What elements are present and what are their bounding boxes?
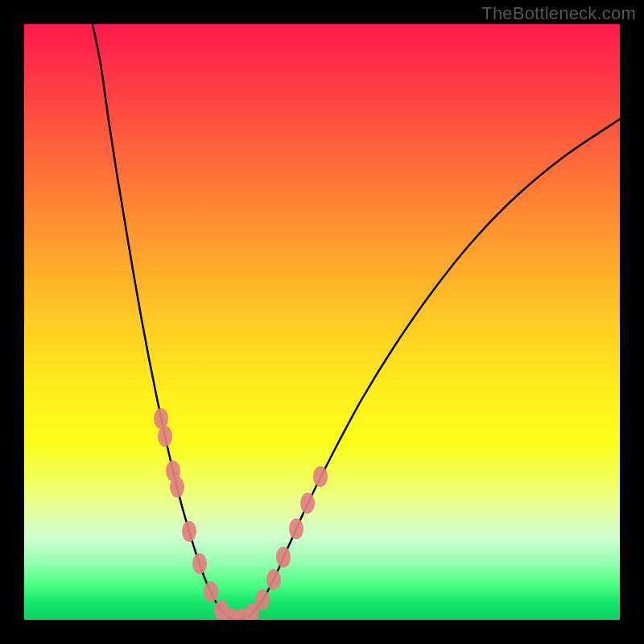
svg-point-12 (266, 569, 281, 590)
watermark-text: TheBottleneck.com (481, 3, 636, 24)
svg-point-16 (313, 466, 328, 487)
svg-point-13 (276, 547, 291, 568)
svg-point-0 (154, 408, 168, 429)
svg-point-6 (204, 581, 218, 602)
chart-frame: TheBottleneck.com (0, 0, 644, 644)
plot-area (24, 24, 620, 620)
svg-point-14 (289, 518, 303, 539)
svg-point-4 (182, 521, 196, 542)
curve-markers (154, 408, 328, 620)
svg-point-5 (192, 553, 207, 574)
svg-point-15 (300, 493, 315, 514)
curve-svg (24, 24, 620, 620)
svg-point-11 (255, 589, 270, 610)
svg-point-3 (170, 477, 184, 497)
bottleneck-curve (93, 24, 620, 620)
svg-point-1 (158, 426, 172, 447)
